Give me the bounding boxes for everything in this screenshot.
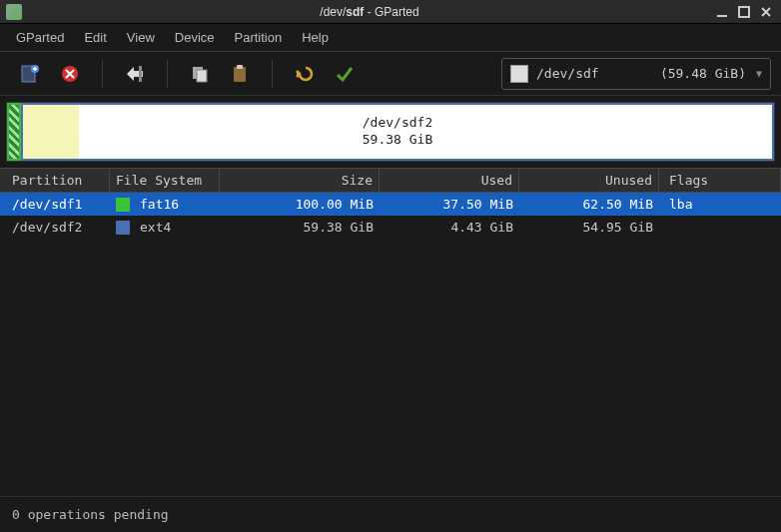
resize-move-button[interactable] bbox=[119, 58, 151, 90]
paste-button[interactable] bbox=[224, 58, 256, 90]
menu-edit[interactable]: Edit bbox=[74, 26, 116, 49]
cell-unused: 62.50 MiB bbox=[519, 195, 659, 214]
apply-button[interactable] bbox=[329, 58, 361, 90]
delete-partition-button[interactable] bbox=[54, 58, 86, 90]
partition-block-sdf1[interactable] bbox=[7, 103, 21, 161]
svg-rect-5 bbox=[139, 66, 142, 82]
svg-rect-1 bbox=[739, 7, 749, 17]
cell-partition: /dev/sdf1 bbox=[0, 195, 110, 214]
menubar: GParted Edit View Device Partition Help bbox=[0, 24, 781, 52]
cell-flags bbox=[659, 218, 781, 237]
disk-icon bbox=[510, 65, 528, 83]
cell-filesystem: ext4 bbox=[110, 218, 220, 237]
device-name: /dev/sdf bbox=[536, 66, 599, 81]
undo-button[interactable] bbox=[289, 58, 321, 90]
app-icon bbox=[6, 4, 22, 20]
chevron-down-icon: ▼ bbox=[756, 68, 762, 79]
cell-partition: /dev/sdf2 bbox=[0, 218, 110, 237]
col-filesystem[interactable]: File System bbox=[110, 169, 220, 192]
maximize-button[interactable] bbox=[735, 5, 753, 19]
col-size[interactable]: Size bbox=[220, 169, 380, 192]
col-partition[interactable]: Partition bbox=[0, 169, 110, 192]
fs-color-swatch bbox=[116, 221, 130, 235]
cell-filesystem: fat16 bbox=[110, 195, 220, 214]
col-unused[interactable]: Unused bbox=[519, 169, 659, 192]
new-partition-button[interactable] bbox=[14, 58, 46, 90]
cell-used: 37.50 MiB bbox=[380, 195, 519, 214]
cell-unused: 54.95 GiB bbox=[519, 218, 659, 237]
partition-table: Partition File System Size Used Unused F… bbox=[0, 168, 781, 496]
table-row[interactable]: /dev/sdf1fat16100.00 MiB37.50 MiB62.50 M… bbox=[0, 193, 781, 216]
fs-color-swatch bbox=[116, 198, 130, 212]
device-selector[interactable]: /dev/sdf (59.48 GiB) ▼ bbox=[501, 58, 771, 90]
menu-partition[interactable]: Partition bbox=[225, 26, 293, 49]
svg-rect-9 bbox=[237, 65, 243, 69]
titlebar: /dev/sdf - GParted bbox=[0, 0, 781, 24]
table-header: Partition File System Size Used Unused F… bbox=[0, 168, 781, 193]
toolbar-separator bbox=[272, 60, 273, 88]
minimize-button[interactable] bbox=[713, 5, 731, 19]
copy-button[interactable] bbox=[184, 58, 216, 90]
col-used[interactable]: Used bbox=[380, 169, 519, 192]
partition-block-label: /dev/sdf2 59.38 GiB bbox=[23, 115, 772, 149]
menu-view[interactable]: View bbox=[117, 26, 165, 49]
window-title: /dev/sdf - GParted bbox=[30, 5, 709, 19]
cell-used: 4.43 GiB bbox=[380, 218, 519, 237]
table-row[interactable]: /dev/sdf2ext459.38 GiB4.43 GiB54.95 GiB bbox=[0, 216, 781, 239]
col-flags[interactable]: Flags bbox=[659, 169, 781, 192]
close-button[interactable] bbox=[757, 5, 775, 19]
menu-device[interactable]: Device bbox=[165, 26, 225, 49]
toolbar-separator bbox=[167, 60, 168, 88]
cell-flags: lba bbox=[659, 195, 781, 214]
cell-size: 100.00 MiB bbox=[220, 195, 380, 214]
cell-size: 59.38 GiB bbox=[220, 218, 380, 237]
device-size: (59.48 GiB) bbox=[660, 66, 746, 81]
menu-help[interactable]: Help bbox=[292, 26, 339, 49]
menu-gparted[interactable]: GParted bbox=[6, 26, 74, 49]
statusbar: 0 operations pending bbox=[0, 496, 781, 532]
svg-rect-7 bbox=[197, 70, 207, 82]
partition-map[interactable]: /dev/sdf2 59.38 GiB bbox=[6, 102, 775, 162]
table-body: /dev/sdf1fat16100.00 MiB37.50 MiB62.50 M… bbox=[0, 193, 781, 454]
svg-rect-8 bbox=[234, 67, 246, 82]
svg-rect-0 bbox=[717, 15, 727, 17]
toolbar-separator bbox=[102, 60, 103, 88]
toolbar: /dev/sdf (59.48 GiB) ▼ bbox=[0, 52, 781, 96]
status-text: 0 operations pending bbox=[12, 507, 169, 522]
partition-block-sdf2[interactable]: /dev/sdf2 59.38 GiB bbox=[21, 103, 774, 161]
